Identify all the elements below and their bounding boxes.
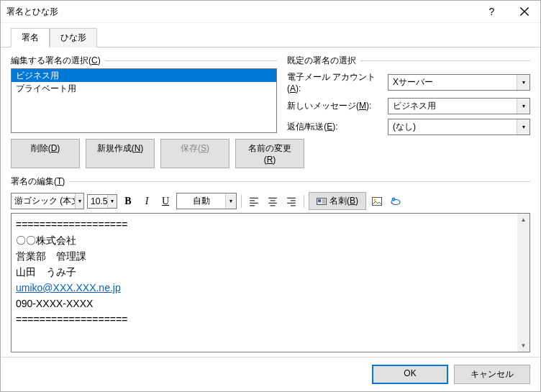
align-right-button[interactable] bbox=[283, 193, 299, 209]
italic-button[interactable]: I bbox=[139, 193, 155, 209]
reply-row: 返信/転送(E): (なし) ▾ bbox=[287, 119, 530, 135]
align-left-button[interactable] bbox=[246, 193, 262, 209]
picture-icon bbox=[372, 196, 382, 206]
signature-listbox[interactable]: ビジネス用 プライベート用 bbox=[11, 68, 277, 133]
bcard-icon bbox=[317, 196, 327, 206]
tab-signature[interactable]: 署名 bbox=[11, 28, 50, 47]
toolbar-divider bbox=[304, 195, 304, 208]
align-right-icon bbox=[286, 196, 296, 206]
help-button[interactable]: ? bbox=[476, 1, 508, 22]
delete-button[interactable]: 削除(D) bbox=[11, 139, 80, 168]
bold-button[interactable]: B bbox=[120, 193, 136, 209]
signature-editor-text[interactable]: =================== 〇〇株式会社 営業部 管理課 山田 うみ… bbox=[12, 214, 517, 352]
newmsg-row: 新しいメッセージ(M): ビジネス用 ▾ bbox=[287, 98, 530, 114]
tab-strip: 署名 ひな形 bbox=[1, 23, 540, 47]
signature-select-group: 編集する署名の選択(C) ビジネス用 プライベート用 削除(D) 新規作成(N)… bbox=[11, 55, 277, 168]
svg-point-5 bbox=[392, 198, 395, 201]
chevron-down-icon: ▾ bbox=[75, 193, 83, 209]
editor-toolbar: 游ゴシック (本文の ▾ 10.5 ▾ B I U 自動 ▾ bbox=[11, 192, 530, 210]
signature-edit-group: 署名の編集(T) 游ゴシック (本文の ▾ 10.5 ▾ B I U 自動 ▾ bbox=[11, 176, 530, 352]
save-button[interactable]: 保存(S) bbox=[160, 139, 229, 168]
account-combo[interactable]: Xサーバー ▾ bbox=[388, 74, 530, 91]
dialog-footer: OK キャンセル bbox=[1, 357, 540, 391]
close-button[interactable] bbox=[508, 1, 540, 22]
dialog-window: 署名とひな形 ? 署名 ひな形 編集する署名の選択(C) ビジネス用 プライベー… bbox=[0, 0, 541, 392]
align-left-icon bbox=[249, 196, 259, 206]
tab-stationery[interactable]: ひな形 bbox=[50, 28, 97, 47]
signature-edit-title: 署名の編集(T) bbox=[11, 176, 530, 188]
scroll-up-button[interactable]: ▲ bbox=[517, 214, 529, 226]
reply-combo[interactable]: (なし) ▾ bbox=[388, 119, 530, 135]
default-signature-title: 既定の署名の選択 bbox=[287, 55, 530, 67]
signature-item[interactable]: プライベート用 bbox=[12, 82, 276, 95]
signature-button-row: 削除(D) 新規作成(N) 保存(S) 名前の変更(R) bbox=[11, 139, 277, 168]
default-signature-group: 既定の署名の選択 電子メール アカウント(A): Xサーバー ▾ 新しいメッセー… bbox=[287, 55, 530, 168]
svg-point-3 bbox=[374, 199, 376, 201]
window-title: 署名とひな形 bbox=[1, 6, 476, 18]
chevron-down-icon: ▾ bbox=[517, 119, 529, 135]
insert-picture-button[interactable] bbox=[369, 193, 385, 209]
chevron-down-icon: ▾ bbox=[225, 193, 236, 209]
insert-hyperlink-button[interactable] bbox=[388, 193, 404, 209]
newmsg-label: 新しいメッセージ(M): bbox=[287, 100, 388, 112]
signature-item[interactable]: ビジネス用 bbox=[12, 69, 276, 82]
newmsg-combo[interactable]: ビジネス用 ▾ bbox=[388, 98, 530, 114]
account-label: 電子メール アカウント(A): bbox=[287, 71, 388, 94]
scroll-track[interactable] bbox=[517, 226, 529, 339]
signature-editor[interactable]: =================== 〇〇株式会社 営業部 管理課 山田 うみ… bbox=[11, 213, 530, 352]
scroll-down-button[interactable]: ▼ bbox=[517, 339, 529, 352]
svg-rect-1 bbox=[318, 199, 321, 202]
chevron-down-icon: ▾ bbox=[517, 99, 529, 114]
fontsize-combo[interactable]: 10.5 ▾ bbox=[87, 194, 117, 209]
chevron-down-icon: ▾ bbox=[107, 195, 117, 208]
toolbar-divider bbox=[241, 195, 242, 208]
titlebar: 署名とひな形 ? bbox=[1, 1, 540, 23]
content-area: 編集する署名の選択(C) ビジネス用 プライベート用 削除(D) 新規作成(N)… bbox=[1, 47, 540, 357]
link-icon bbox=[391, 196, 401, 206]
ok-button[interactable]: OK bbox=[372, 365, 448, 384]
signature-email-link[interactable]: umiko@XXX.XXX.ne.jp bbox=[16, 282, 121, 293]
new-button[interactable]: 新規作成(N) bbox=[86, 139, 155, 168]
reply-label: 返信/転送(E): bbox=[287, 121, 388, 133]
business-card-button[interactable]: 名刺(B) bbox=[309, 192, 366, 210]
signature-select-title: 編集する署名の選択(C) bbox=[11, 55, 277, 67]
upper-area: 編集する署名の選択(C) ビジネス用 プライベート用 削除(D) 新規作成(N)… bbox=[11, 55, 530, 168]
align-center-icon bbox=[268, 196, 278, 206]
close-icon bbox=[519, 6, 529, 17]
underline-button[interactable]: U bbox=[158, 193, 173, 209]
account-row: 電子メール アカウント(A): Xサーバー ▾ bbox=[287, 71, 530, 94]
chevron-down-icon: ▾ bbox=[517, 75, 529, 90]
svg-rect-2 bbox=[373, 197, 382, 205]
fontcolor-combo[interactable]: 自動 ▾ bbox=[176, 193, 237, 209]
font-combo[interactable]: 游ゴシック (本文の ▾ bbox=[11, 193, 84, 209]
editor-scrollbar[interactable]: ▲ ▼ bbox=[517, 214, 529, 352]
align-center-button[interactable] bbox=[265, 193, 281, 209]
cancel-button[interactable]: キャンセル bbox=[454, 365, 530, 384]
